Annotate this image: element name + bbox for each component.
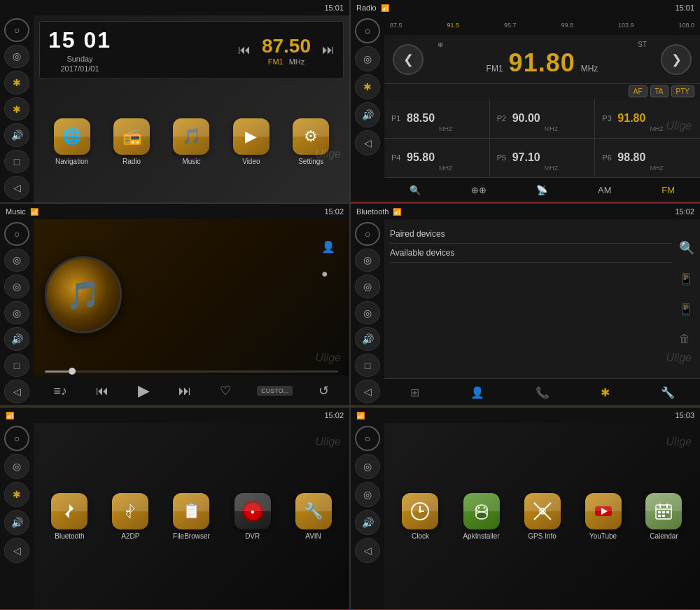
navigation-label: Navigation	[55, 158, 88, 165]
app-bluetooth[interactable]: Bluetooth	[51, 493, 88, 540]
preset-p1[interactable]: P1 88.50 MHZ	[384, 99, 489, 138]
sidebar2-eq-btn[interactable]: ◎	[355, 46, 380, 71]
sidebar2-back-btn[interactable]: ◁	[355, 130, 380, 155]
app-dvr[interactable]: ● DVR	[234, 493, 271, 540]
radio-prev-btn[interactable]: ❮	[393, 44, 424, 75]
app-clock[interactable]: Clock	[402, 493, 438, 540]
music-progress-bar[interactable]	[45, 370, 338, 373]
app-navigation[interactable]: 🌐 Navigation	[54, 118, 90, 165]
radio-fm-btn[interactable]: FM	[656, 185, 680, 195]
sidebar4-eq-btn[interactable]: ◎	[355, 249, 380, 272]
radio-search-btn[interactable]: 🔍	[404, 185, 426, 195]
sidebar3-back-btn[interactable]: ◁	[4, 380, 29, 403]
ta-btn[interactable]: TA	[650, 85, 668, 97]
bluetooth-icon	[51, 493, 88, 529]
sidebar3-eq-btn[interactable]: ◎	[4, 249, 29, 272]
sidebar2-bt-btn[interactable]: ✱	[355, 74, 380, 99]
svg-rect-21	[662, 511, 665, 513]
music-heart-btn[interactable]: ♡	[217, 383, 234, 398]
app-settings[interactable]: ⚙ Settings	[293, 118, 329, 165]
launcher1-inner: Bluetooth A2DP 📋 FileBrowser	[34, 423, 349, 610]
sidebar2-home-btn[interactable]: ○	[355, 18, 380, 43]
sidebar5-home-btn[interactable]: ○	[4, 426, 29, 451]
freq-numbers: 87.5 91.5 95.7 99.8 103.9 108.0	[390, 22, 694, 29]
music-album-art: 🎵	[45, 256, 122, 333]
app-calendar[interactable]: Calendar	[645, 493, 682, 540]
radio-label: Radio	[122, 158, 141, 165]
sidebar5-back-btn[interactable]: ◁	[4, 538, 29, 563]
app-video[interactable]: ▶ Video	[233, 118, 270, 165]
preset-p2[interactable]: P2 90.00 MHZ	[490, 99, 595, 138]
sidebar2-vol-btn[interactable]: 🔊	[355, 102, 380, 127]
app-music[interactable]: 🎵 Music	[173, 118, 209, 165]
app-youtube[interactable]: YouTube	[585, 493, 622, 540]
panel4-topbar: Bluetooth 📶 15:02	[351, 204, 700, 219]
preset-p6[interactable]: P6 98.80 MHZ	[595, 139, 700, 178]
preset-p4[interactable]: P4 95.80 MHZ	[384, 139, 489, 178]
app-a2dp[interactable]: A2DP	[112, 493, 148, 540]
panel2-content: 87.5 91.5 95.7 99.8 103.9 108.0 ❮ ⊕ ST	[384, 15, 700, 202]
af-btn[interactable]: AF	[629, 85, 648, 97]
music-prev-btn[interactable]: ⏮	[93, 384, 111, 398]
sidebar5-eq-btn[interactable]: ◎	[4, 454, 29, 479]
music-playlist-btn[interactable]: ≡♪	[51, 384, 71, 398]
music-repeat-btn[interactable]: ↺	[316, 383, 332, 398]
sidebar6-eq-btn[interactable]: ◎	[355, 454, 380, 479]
pty-btn[interactable]: PTY	[671, 85, 694, 97]
radio-next-btn[interactable]: ❯	[661, 44, 692, 75]
bt-search-icon[interactable]: 🔍	[679, 240, 694, 256]
sidebar6-back-btn[interactable]: ◁	[355, 538, 380, 563]
bt-trash-icon[interactable]: 🗑	[679, 333, 694, 345]
preset-p3[interactable]: P3 91.80 MHZ	[595, 99, 700, 138]
bt-contacts-btn[interactable]: 👤	[470, 386, 484, 399]
bt-bluetooth-btn[interactable]: ✱	[601, 386, 610, 399]
sidebar-home-btn[interactable]: ○	[4, 18, 29, 42]
sidebar4-square-btn[interactable]: □	[355, 354, 380, 377]
sidebar4-back-btn[interactable]: ◁	[355, 380, 380, 403]
sidebar4-home-btn[interactable]: ○	[355, 222, 380, 246]
sidebar3-home-btn[interactable]: ○	[4, 222, 29, 246]
svg-point-9	[477, 507, 479, 509]
radio-signal-btn[interactable]: 📡	[531, 185, 553, 195]
sidebar6-home-btn[interactable]: ○	[355, 426, 380, 451]
music-dot-icon: ●	[321, 268, 335, 280]
music-custom-btn[interactable]: CUSTO...	[257, 386, 293, 396]
preset-p2-freq: 90.00	[512, 112, 540, 125]
sidebar5-vol-btn[interactable]: 🔊	[4, 510, 29, 535]
bt-wrench-btn[interactable]: 🔧	[661, 386, 675, 399]
sidebar4-bt-btn[interactable]: ◎	[355, 275, 380, 298]
sidebar6-vol-btn[interactable]: 🔊	[355, 510, 380, 535]
sidebar3-vol-btn[interactable]: 🔊	[4, 327, 29, 351]
sidebar3-phone-btn[interactable]: ◎	[4, 301, 29, 325]
calendar-icon	[645, 493, 682, 529]
sidebar4-vol-btn[interactable]: 🔊	[355, 327, 380, 351]
bt-calls-btn[interactable]: 📞	[536, 386, 550, 399]
sidebar3-square-btn[interactable]: □	[4, 354, 29, 377]
music-next-btn[interactable]: ⏭	[176, 384, 194, 398]
sidebar6-bt-btn[interactable]: ◎	[355, 482, 380, 507]
sidebar4-phone-btn[interactable]: ◎	[355, 301, 380, 325]
dvr-label: DVR	[245, 532, 260, 540]
music-play-btn[interactable]: ▶	[135, 382, 153, 400]
sidebar5-bt-btn[interactable]: ✱	[4, 482, 29, 507]
sidebar-bt-btn[interactable]: ✱	[4, 71, 29, 95]
sidebar-phone-btn[interactable]: ✱	[4, 97, 29, 121]
app-apkinstaller[interactable]: ApkInstaller	[463, 493, 499, 540]
prev-track-btn[interactable]: ⏮	[238, 43, 251, 57]
panel1-sidebar: ○ ◎ ✱ ✱ 🔊 □ ◁	[0, 15, 34, 202]
sidebar-eq-btn[interactable]: ◎	[4, 45, 29, 69]
app-filebrowser[interactable]: 📋 FileBrowser	[173, 493, 210, 540]
bt-apps-btn[interactable]: ⊞	[410, 386, 419, 399]
app-radio[interactable]: 📻 Radio	[113, 118, 150, 165]
sidebar3-bt-btn[interactable]: ◎	[4, 275, 29, 298]
sidebar-vol-btn[interactable]: 🔊	[4, 123, 29, 147]
panel6-content: Clock ApkInstaller	[384, 423, 700, 610]
sidebar-square-btn[interactable]: □	[4, 150, 29, 174]
radio-am-btn[interactable]: AM	[592, 185, 617, 195]
sidebar-back-btn[interactable]: ◁	[4, 176, 29, 200]
preset-p5[interactable]: P5 97.10 MHZ	[490, 139, 595, 178]
app-avin[interactable]: 🔧 AVIN	[295, 493, 332, 540]
app-gpsinfo[interactable]: GPS Info	[524, 493, 561, 540]
radio-scan-btn[interactable]: ⊕⊕	[465, 185, 492, 195]
next-track-btn[interactable]: ⏭	[322, 43, 335, 57]
